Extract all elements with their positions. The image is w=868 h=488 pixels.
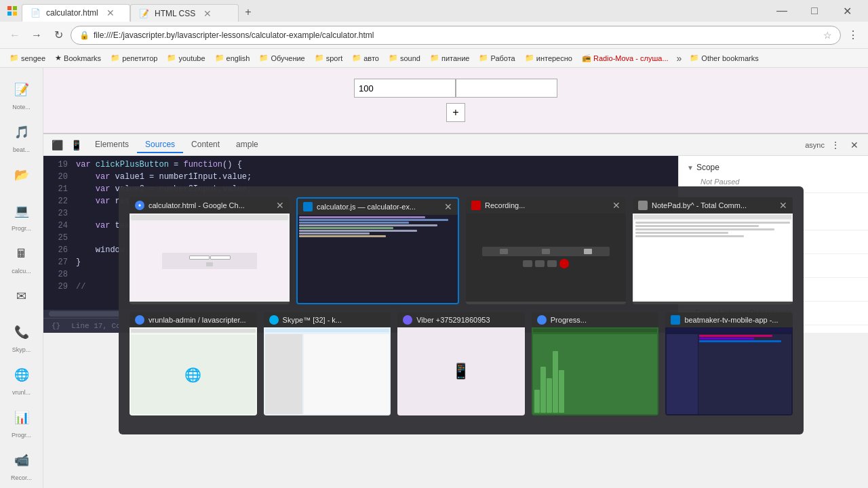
- task-item-progress[interactable]: Progress...: [532, 312, 659, 415]
- devtools-tab-content[interactable]: Content: [183, 137, 228, 153]
- tab-close-2[interactable]: ✕: [203, 8, 212, 19]
- devtools-tab-sources[interactable]: Sources: [137, 137, 183, 153]
- devtools-tab-elements[interactable]: Elements: [87, 137, 137, 153]
- sidebar-item-vrunl[interactable]: 🌐 vrunl...: [0, 359, 43, 399]
- sidebar-left: 📝 Note... 🎵 beat... 📂 💻 Progr... 🖩 calcu…: [0, 68, 43, 488]
- tab-calculator[interactable]: 📄 calculator.html ✕: [22, 4, 130, 22]
- maximize-button[interactable]: □: [799, 0, 830, 22]
- bookmark-youtube[interactable]: 📁 youtube: [163, 52, 209, 64]
- extensions-button[interactable]: ⋮: [844, 26, 863, 45]
- task-title-6: Skype™ [32] - k...: [283, 316, 386, 324]
- bookmark-radio-label: Radio-Mova - слуша...: [593, 54, 669, 62]
- bookmark-sengee[interactable]: 📁 sengee: [5, 52, 50, 64]
- bookmark-repetitor[interactable]: 📁 репетитор: [106, 52, 161, 64]
- sidebar-item-progr[interactable]: 💻 Progr...: [0, 195, 43, 235]
- mini-beat-line-2: [699, 338, 754, 340]
- task-item-viber[interactable]: Viber +375291860953 📱: [397, 312, 525, 415]
- task-item-vscode[interactable]: calculator.js — calculator-ex... ✕: [296, 197, 459, 304]
- sidebar-item-mail[interactable]: ✉: [0, 280, 43, 313]
- bookmark-other[interactable]: 📁 Other bookmarks: [686, 52, 762, 64]
- tab-close-1[interactable]: ✕: [106, 7, 115, 18]
- address-text: file:///E:/javascripter.by/lavascripter-…: [94, 30, 819, 40]
- calculator-input1[interactable]: [354, 79, 456, 98]
- mini-browser-bar-1: [131, 215, 288, 220]
- devtools-close-button[interactable]: ✕: [846, 137, 863, 153]
- task-close-3[interactable]: ✕: [612, 200, 620, 211]
- task-favicon-notepad: [638, 201, 648, 210]
- task-close-1[interactable]: ✕: [276, 200, 284, 211]
- forward-button[interactable]: →: [27, 26, 46, 45]
- record-icon: 📹: [8, 447, 35, 474]
- bookmark-interesno-icon: 📁: [525, 54, 534, 62]
- sidebar-item-note[interactable]: 📝 Note...: [0, 73, 43, 113]
- devtools-inspect-button[interactable]: ⬛: [49, 137, 65, 153]
- sidebar-label-progr2: Progr...: [12, 432, 31, 439]
- devtools-tab-elements-label: Elements: [95, 140, 129, 149]
- mini-beat-line-3: [699, 340, 781, 342]
- folder-icon: 📂: [8, 161, 35, 188]
- bookmark-star[interactable]: ☆: [823, 30, 832, 41]
- task-item-chrome-calc[interactable]: calculator.html - Google Ch... ✕: [130, 197, 290, 304]
- close-button[interactable]: ✕: [831, 0, 863, 22]
- devtools-tab-sample[interactable]: ample: [228, 137, 267, 153]
- bookmark-sound[interactable]: 📁 sound: [384, 52, 425, 64]
- task-item-header-4: NotePad.by^ - Total Comm... ✕: [633, 197, 793, 214]
- rec-btn-3: [547, 260, 557, 267]
- sidebar-item-folder[interactable]: 📂: [0, 159, 43, 192]
- scope-header[interactable]: ▼ Scope: [687, 160, 860, 175]
- task-item-beatmaker[interactable]: beatmaker-tv-mobile-app -...: [665, 312, 793, 415]
- task-title-8: Progress...: [551, 316, 654, 324]
- bookmark-english[interactable]: 📁 english: [211, 52, 254, 64]
- svg-point-5: [138, 204, 140, 206]
- bookmark-radio[interactable]: 📻 Radio-Mova - слуша...: [578, 52, 673, 64]
- task-item-recording[interactable]: Recording... ✕: [466, 197, 626, 304]
- mini-viber: 📱: [397, 327, 525, 415]
- devtools-more-button[interactable]: ⋮: [827, 137, 844, 153]
- back-button[interactable]: ←: [5, 26, 24, 45]
- task-title-9: beatmaker-tv-mobile-app -...: [684, 316, 787, 324]
- bookmark-avto-label: авто: [363, 54, 379, 62]
- bookmark-sport[interactable]: 📁 sport: [311, 52, 347, 64]
- address-bar[interactable]: 🔒 file:///E:/javascripter.by/lavascripte…: [71, 26, 841, 45]
- bookmark-pitanie[interactable]: 📁 питание: [426, 52, 473, 64]
- task-close-4[interactable]: ✕: [779, 200, 787, 211]
- sidebar-item-beat[interactable]: 🎵 beat...: [0, 116, 43, 156]
- bookmark-rabota[interactable]: 📁 Работа: [475, 52, 519, 64]
- sidebar-item-progr2[interactable]: 📊 Progr...: [0, 401, 43, 441]
- minimize-button[interactable]: —: [766, 0, 797, 22]
- bookmark-avto[interactable]: 📁 авто: [348, 52, 383, 64]
- tab-favicon-1: 📄: [31, 8, 41, 18]
- task-title-7: Viber +375291860953: [416, 316, 519, 324]
- sidebar-item-calc[interactable]: 🖩 calcu...: [0, 237, 43, 277]
- task-item-header-3: Recording... ✕: [466, 197, 626, 214]
- mini-calc: [162, 253, 256, 269]
- browser-frame: 📄 calculator.html ✕ 📝 HTML CSS ✕ + — □ ✕…: [0, 0, 868, 488]
- sidebar-item-record[interactable]: 📹 Recor...: [0, 444, 43, 484]
- mini-skype-bar: [265, 329, 390, 332]
- mini-note-line-1: [635, 222, 790, 224]
- task-row-bottom: vrunlab-admin / lavascripter... 🌐: [130, 312, 793, 415]
- mini-viber-icon: 📱: [452, 363, 470, 380]
- bookmark-pitanie-label: питание: [441, 54, 469, 62]
- bookmark-obuchenie[interactable]: 📁 Обучение: [255, 52, 309, 64]
- sidebar-item-skype[interactable]: 📞 Skyp...: [0, 316, 43, 356]
- calculator-input2[interactable]: [456, 79, 557, 98]
- refresh-button[interactable]: ↻: [49, 26, 68, 45]
- line-num-27: 27: [49, 256, 68, 268]
- task-item-notepad[interactable]: NotePad.by^ - Total Comm... ✕: [633, 197, 793, 304]
- line-num-25: 25: [49, 232, 68, 244]
- tab-label-1: calculator.html: [46, 8, 98, 18]
- bookmark-bookmarks[interactable]: ★ Bookmarks: [51, 52, 105, 64]
- calculator-plus-button[interactable]: +: [446, 103, 465, 122]
- task-item-vrunlab[interactable]: vrunlab-admin / lavascripter... 🌐: [130, 312, 257, 415]
- bookmarks-more-button[interactable]: »: [674, 52, 685, 65]
- task-close-2[interactable]: ✕: [444, 201, 452, 212]
- task-item-skype[interactable]: Skype™ [32] - k...: [264, 312, 391, 415]
- bookmark-sengee-label: sengee: [21, 54, 45, 62]
- devtools-device-button[interactable]: 📱: [68, 137, 84, 153]
- mini-prog-bar-3: [547, 378, 552, 413]
- bookmark-interesno[interactable]: 📁 интересно: [521, 52, 576, 64]
- sidebar-label-skype: Skyp...: [12, 346, 31, 353]
- new-tab-button[interactable]: +: [239, 3, 258, 22]
- tab-html-css[interactable]: 📝 HTML CSS ✕: [130, 4, 239, 22]
